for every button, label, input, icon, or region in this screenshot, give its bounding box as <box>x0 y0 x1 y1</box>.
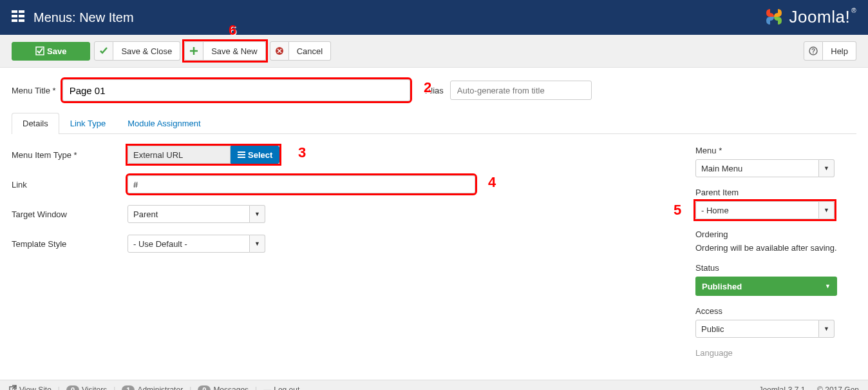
title-row: Menu Title * 2 Alias <box>12 79 856 101</box>
menu-value: Main Menu <box>695 159 819 177</box>
cancel-icon <box>270 41 289 61</box>
target-window-value: Parent <box>127 205 250 223</box>
chevron-down-icon: ▼ <box>250 205 265 223</box>
parent-item-label: Parent Item <box>695 188 856 197</box>
chevron-down-icon: ▼ <box>825 283 831 289</box>
svg-rect-2 <box>12 15 17 17</box>
version-text: Joomla! 3.7.1 — © 2017 Gen <box>759 385 859 391</box>
annotation-5: 5 <box>674 202 681 219</box>
status-value: Published <box>702 282 742 291</box>
language-group: Language <box>695 348 856 358</box>
page-title: Menus: New Item <box>33 10 134 25</box>
access-group: Access Public ▼ <box>695 306 856 338</box>
language-label: Language <box>695 348 856 358</box>
svg-rect-4 <box>12 19 17 22</box>
svg-rect-12 <box>238 157 245 158</box>
save-button[interactable]: Save <box>12 42 90 61</box>
svg-rect-5 <box>19 19 24 22</box>
brand-name: Joomla! <box>789 7 851 26</box>
app-header: Menus: New Item Joomla!® <box>0 0 868 35</box>
menu-item-type-value: External URL <box>127 146 231 164</box>
menu-item-type-label: Menu Item Type * <box>12 150 127 160</box>
access-value: Public <box>695 320 819 338</box>
template-style-label: Template Style <box>12 239 127 249</box>
right-column: Menu * Main Menu ▼ Parent Item - Home ▼ … <box>695 146 856 368</box>
external-icon <box>9 385 17 390</box>
visitors-badge: 0 <box>66 385 79 391</box>
menu-title-input[interactable] <box>62 79 410 101</box>
chevron-down-icon: ▼ <box>250 235 265 253</box>
annotation-3: 3 <box>298 144 306 161</box>
select-button[interactable]: Select <box>231 146 279 164</box>
svg-rect-0 <box>12 10 17 13</box>
check-icon <box>94 41 113 61</box>
svg-rect-10 <box>238 151 245 153</box>
logout-link[interactable]: Log out <box>274 385 299 391</box>
form-body: Menu Item Type * External URL Select 3 L… <box>12 146 856 368</box>
svg-rect-1 <box>19 10 24 13</box>
link-input[interactable] <box>127 175 475 193</box>
chevron-down-icon: ▼ <box>819 159 835 177</box>
tab-link-type[interactable]: Link Type <box>59 113 117 133</box>
annotation-2: 2 <box>424 79 431 96</box>
ordering-label: Ordering <box>695 229 856 239</box>
parent-item-select[interactable]: - Home ▼ <box>695 201 835 219</box>
left-column: Menu Item Type * External URL Select 3 L… <box>12 146 670 368</box>
ordering-group: Ordering Ordering will be available afte… <box>695 229 856 253</box>
access-label: Access <box>695 306 856 316</box>
menu-select[interactable]: Main Menu ▼ <box>695 159 835 177</box>
svg-rect-3 <box>19 15 24 17</box>
joomla-icon <box>762 5 786 28</box>
help-icon: ? <box>804 41 823 61</box>
parent-item-value: - Home <box>695 201 819 219</box>
menu-icon[interactable] <box>12 10 24 25</box>
main-content: Menu Title * 2 Alias Details Link Type M… <box>0 68 868 380</box>
list-icon <box>238 151 245 158</box>
status-label: Status <box>695 263 856 273</box>
trademark: ® <box>851 7 856 14</box>
template-style-value: - Use Default - <box>127 235 250 253</box>
alias-input[interactable] <box>450 81 592 100</box>
parent-item-group: Parent Item - Home ▼ 5 <box>695 188 856 219</box>
template-style-row: Template Style - Use Default - ▼ <box>12 235 670 253</box>
chevron-down-icon: ▼ <box>819 320 835 338</box>
tab-details[interactable]: Details <box>12 113 59 134</box>
access-select[interactable]: Public ▼ <box>695 320 835 338</box>
view-site-link[interactable]: View Site <box>19 385 52 391</box>
menu-group: Menu * Main Menu ▼ <box>695 146 856 177</box>
ordering-note: Ordering will be available after saving. <box>695 243 837 253</box>
admin-badge: 1 <box>122 385 135 391</box>
status-group: Status Published ▼ <box>695 263 856 296</box>
link-label: Link <box>12 180 127 190</box>
annotation-6: 6 <box>229 22 236 39</box>
admin-label[interactable]: Administrator <box>137 385 183 391</box>
messages-badge: 0 <box>198 385 211 391</box>
help-button[interactable]: ? Help <box>804 41 856 61</box>
messages-label[interactable]: Messages <box>213 385 249 391</box>
save-new-button[interactable]: Save & New <box>184 41 266 61</box>
menu-item-type-select[interactable]: External URL Select <box>127 146 279 164</box>
target-window-row: Target Window Parent ▼ <box>12 205 670 223</box>
chevron-down-icon: ▼ <box>819 201 835 219</box>
brand-logo: Joomla!® <box>762 5 856 28</box>
apply-icon <box>35 46 44 55</box>
status-select[interactable]: Published ▼ <box>695 277 837 296</box>
target-window-select[interactable]: Parent ▼ <box>127 205 265 223</box>
plus-icon <box>184 41 203 61</box>
target-window-label: Target Window <box>12 210 127 219</box>
menu-item-type-row: Menu Item Type * External URL Select 3 <box>12 146 670 164</box>
cancel-button[interactable]: Cancel <box>270 41 331 61</box>
status-bar: View Site | 0 Visitors | 1 Administrator… <box>0 380 868 390</box>
svg-text:?: ? <box>811 48 815 55</box>
logout-icon: — <box>263 385 271 391</box>
tab-module-assignment[interactable]: Module Assignment <box>117 113 211 133</box>
visitors-label[interactable]: Visitors <box>82 385 107 391</box>
annotation-4: 4 <box>488 174 496 191</box>
menu-title-label: Menu Title * <box>12 86 56 95</box>
link-row: Link 4 <box>12 175 670 193</box>
svg-rect-11 <box>238 154 245 155</box>
template-style-select[interactable]: - Use Default - ▼ <box>127 235 265 253</box>
menu-label: Menu * <box>695 146 856 155</box>
toolbar: Save Save & Close Save & New 6 Cancel ? … <box>0 35 868 68</box>
save-close-button[interactable]: Save & Close <box>94 41 180 61</box>
